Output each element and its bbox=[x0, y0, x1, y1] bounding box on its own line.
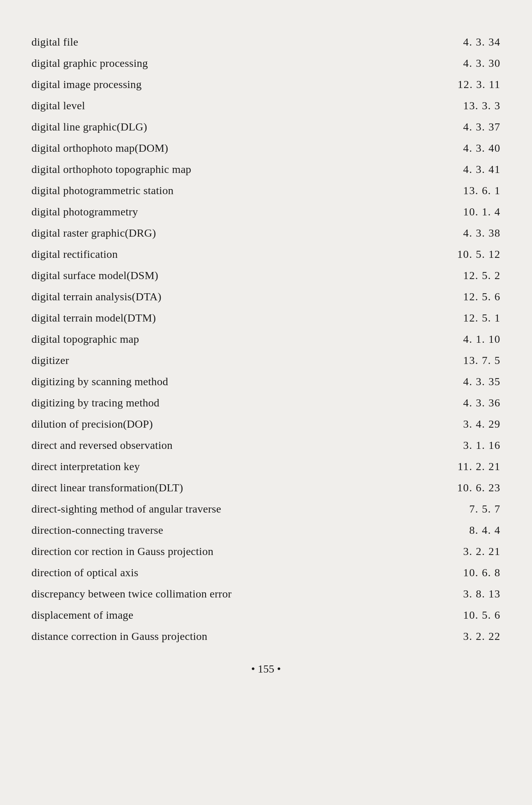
page-number: 4. 3. 41 bbox=[463, 163, 501, 176]
term-label: digital image processing bbox=[31, 76, 141, 93]
page-number: 4. 3. 37 bbox=[463, 121, 501, 133]
term-label: digital raster graphic(DRG) bbox=[31, 225, 156, 241]
page-number: 4. 3. 38 bbox=[463, 227, 501, 239]
page-number: 3. 8. 13 bbox=[463, 588, 501, 600]
term-label: direct interpretation key bbox=[31, 458, 140, 475]
term-label: dilution of precision(DOP) bbox=[31, 416, 153, 432]
page: digital file4. 3. 34digital graphic proc… bbox=[0, 0, 532, 805]
term-label: distance correction in Gauss projection bbox=[31, 628, 207, 645]
term-label: discrepancy between twice collimation er… bbox=[31, 586, 232, 602]
page-number: 10. 5. 12 bbox=[457, 248, 501, 261]
page-number: 4. 3. 40 bbox=[463, 142, 501, 154]
table-row: digital level13. 3. 3 bbox=[31, 95, 501, 116]
page-number: 4. 3. 36 bbox=[463, 397, 501, 409]
page-number: 10. 5. 6 bbox=[463, 609, 501, 621]
footer: • 155 • bbox=[31, 663, 501, 675]
table-row: dilution of precision(DOP)3. 4. 29 bbox=[31, 414, 501, 435]
page-number: 3. 2. 21 bbox=[463, 545, 501, 558]
table-row: digital topographic map4. 1. 10 bbox=[31, 329, 501, 350]
term-label: direction cor rection in Gauss projectio… bbox=[31, 543, 213, 560]
table-row: digitizer13. 7. 5 bbox=[31, 350, 501, 371]
table-row: displacement of image10. 5. 6 bbox=[31, 605, 501, 626]
table-row: digital orthophoto topographic map4. 3. … bbox=[31, 159, 501, 180]
page-number: 13. 6. 1 bbox=[463, 184, 501, 197]
term-label: digital photogrammetry bbox=[31, 204, 138, 220]
table-row: distance correction in Gauss projection3… bbox=[31, 626, 501, 647]
page-number: 10. 1. 4 bbox=[463, 206, 501, 218]
table-row: digital file4. 3. 34 bbox=[31, 31, 501, 53]
term-label: digitizer bbox=[31, 352, 69, 369]
term-label: digitizing by scanning method bbox=[31, 373, 168, 390]
term-label: digitizing by tracing method bbox=[31, 395, 160, 411]
term-label: digital file bbox=[31, 34, 78, 50]
page-number: 3. 2. 22 bbox=[463, 630, 501, 643]
term-label: digital orthophoto map(DOM) bbox=[31, 140, 168, 156]
term-label: direction of optical axis bbox=[31, 564, 138, 581]
page-number: 7. 5. 7 bbox=[469, 503, 501, 515]
table-row: digital orthophoto map(DOM)4. 3. 40 bbox=[31, 138, 501, 159]
page-number: 13. 7. 5 bbox=[463, 354, 501, 367]
term-label: digital orthophoto topographic map bbox=[31, 161, 191, 178]
page-number: 4. 3. 30 bbox=[463, 57, 501, 70]
table-row: digital terrain analysis(DTA)12. 5. 6 bbox=[31, 286, 501, 307]
page-number: 12. 5. 2 bbox=[463, 269, 501, 282]
table-row: digital image processing12. 3. 11 bbox=[31, 74, 501, 95]
term-label: digital line graphic(DLG) bbox=[31, 119, 147, 135]
page-number: 8. 4. 4 bbox=[469, 524, 501, 537]
term-label: displacement of image bbox=[31, 607, 133, 623]
table-row: digital raster graphic(DRG)4. 3. 38 bbox=[31, 222, 501, 244]
page-number: 3. 4. 29 bbox=[463, 418, 501, 430]
term-label: digital graphic processing bbox=[31, 55, 148, 72]
page-number: 10. 6. 23 bbox=[457, 482, 501, 494]
page-number: 10. 6. 8 bbox=[463, 566, 501, 579]
page-number: 11. 2. 21 bbox=[457, 460, 501, 473]
table-row: digital line graphic(DLG)4. 3. 37 bbox=[31, 116, 501, 138]
table-row: direct interpretation key11. 2. 21 bbox=[31, 456, 501, 477]
page-number: 4. 3. 34 bbox=[463, 36, 501, 48]
term-label: digital topographic map bbox=[31, 331, 139, 347]
table-row: digital rectification10. 5. 12 bbox=[31, 244, 501, 265]
page-number: 12. 3. 11 bbox=[457, 78, 501, 91]
table-row: direction cor rection in Gauss projectio… bbox=[31, 541, 501, 562]
page-number: 12. 5. 6 bbox=[463, 290, 501, 303]
term-label: direct and reversed observation bbox=[31, 437, 172, 454]
page-number: 13. 3. 3 bbox=[463, 99, 501, 112]
page-number: 4. 1. 10 bbox=[463, 333, 501, 346]
term-label: digital terrain analysis(DTA) bbox=[31, 289, 161, 305]
term-label: direct linear transformation(DLT) bbox=[31, 480, 183, 496]
table-row: direct linear transformation(DLT)10. 6. … bbox=[31, 477, 501, 498]
table-row: discrepancy between twice collimation er… bbox=[31, 583, 501, 605]
term-label: digital photogrammetric station bbox=[31, 182, 174, 199]
table-row: digital terrain model(DTM)12. 5. 1 bbox=[31, 307, 501, 329]
page-number: 12. 5. 1 bbox=[463, 312, 501, 324]
page-number: 3. 1. 16 bbox=[463, 439, 501, 452]
term-label: direct-sighting method of angular traver… bbox=[31, 501, 221, 517]
page-number: 4. 3. 35 bbox=[463, 375, 501, 388]
table-row: digital surface model(DSM)12. 5. 2 bbox=[31, 265, 501, 286]
table-row: digital graphic processing4. 3. 30 bbox=[31, 53, 501, 74]
index-table: digital file4. 3. 34digital graphic proc… bbox=[31, 31, 501, 647]
table-row: direct-sighting method of angular traver… bbox=[31, 498, 501, 520]
table-row: direct and reversed observation3. 1. 16 bbox=[31, 435, 501, 456]
term-label: digital rectification bbox=[31, 246, 118, 263]
table-row: digital photogrammetric station13. 6. 1 bbox=[31, 180, 501, 201]
table-row: direction-connecting traverse8. 4. 4 bbox=[31, 520, 501, 541]
term-label: digital surface model(DSM) bbox=[31, 267, 158, 284]
term-label: digital level bbox=[31, 97, 85, 114]
term-label: direction-connecting traverse bbox=[31, 522, 163, 539]
term-label: digital terrain model(DTM) bbox=[31, 310, 156, 326]
table-row: digitizing by tracing method4. 3. 36 bbox=[31, 392, 501, 414]
table-row: direction of optical axis10. 6. 8 bbox=[31, 562, 501, 583]
table-row: digital photogrammetry10. 1. 4 bbox=[31, 201, 501, 222]
table-row: digitizing by scanning method4. 3. 35 bbox=[31, 371, 501, 392]
